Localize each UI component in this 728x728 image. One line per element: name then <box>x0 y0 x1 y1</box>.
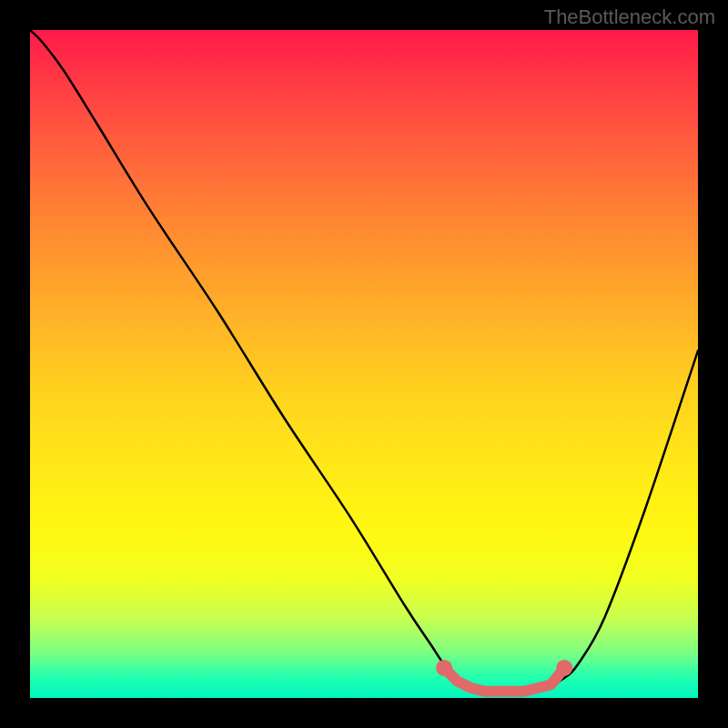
optimal-range-start-dot <box>436 660 452 676</box>
optimal-range-line <box>444 668 564 692</box>
watermark-text: TheBottleneck.com <box>544 5 715 29</box>
chart-svg <box>30 30 698 698</box>
plot-area <box>30 30 698 698</box>
bottleneck-curve-line <box>30 30 698 693</box>
optimal-range-end-dot <box>556 660 572 676</box>
optimal-range-markers <box>436 660 572 692</box>
